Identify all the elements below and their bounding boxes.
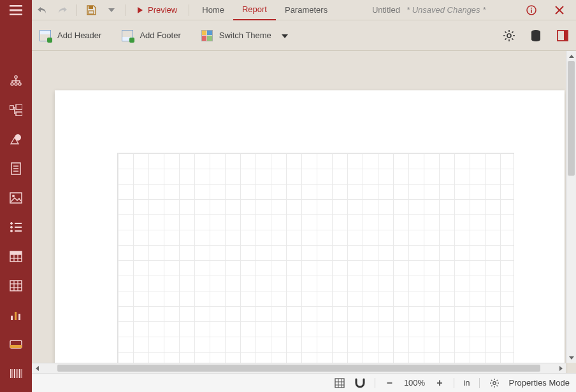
- divider: [375, 378, 375, 388]
- unsaved-indicator: * Unsaved Changes *: [407, 5, 486, 15]
- svg-point-62: [493, 381, 495, 384]
- svg-point-6: [18, 83, 21, 85]
- divider: [76, 4, 77, 16]
- data-button[interactable]: [529, 29, 543, 43]
- svg-rect-50: [531, 8, 532, 9]
- tool-sidebar: [0, 0, 32, 392]
- svg-rect-35: [15, 312, 17, 320]
- svg-rect-36: [18, 314, 20, 320]
- svg-rect-15: [10, 193, 22, 203]
- snap-toggle-button[interactable]: [354, 377, 366, 389]
- vertical-scrollbar[interactable]: [566, 51, 576, 363]
- play-icon: [138, 7, 143, 13]
- svg-rect-2: [10, 14, 22, 15]
- hierarchy-tool[interactable]: [9, 75, 23, 87]
- save-button[interactable]: [81, 0, 101, 20]
- divider: [126, 4, 126, 16]
- report-body-grid[interactable]: [117, 153, 514, 373]
- panel-toggle-button[interactable]: [556, 29, 570, 43]
- svg-rect-38: [10, 345, 22, 348]
- svg-rect-46: [89, 6, 93, 9]
- zoom-out-button[interactable]: −: [384, 377, 395, 389]
- properties-mode-label[interactable]: Properties Mode: [509, 378, 570, 388]
- add-header-label: Add Header: [57, 31, 101, 40]
- chevron-down-icon: [282, 31, 288, 40]
- grid-tool[interactable]: [9, 280, 23, 291]
- svg-point-19: [11, 230, 13, 232]
- document-title: Untitled: [372, 5, 400, 15]
- tab-home[interactable]: Home: [193, 0, 233, 20]
- svg-point-5: [15, 83, 17, 85]
- svg-rect-57: [335, 379, 344, 388]
- switch-theme-label: Switch Theme: [219, 31, 271, 40]
- scroll-thumb[interactable]: [57, 365, 540, 372]
- design-canvas[interactable]: [32, 51, 576, 373]
- switch-theme-button[interactable]: Switch Theme: [198, 25, 292, 46]
- undo-button[interactable]: [32, 0, 52, 20]
- document-tool[interactable]: [9, 163, 23, 174]
- tab-report[interactable]: Report: [233, 0, 276, 20]
- close-button[interactable]: [549, 0, 570, 20]
- svg-rect-49: [531, 10, 532, 13]
- svg-rect-9: [16, 112, 22, 116]
- preview-button[interactable]: Preview: [130, 0, 185, 20]
- add-footer-label: Add Footer: [140, 31, 180, 40]
- title-area: Untitled * Unsaved Changes *: [336, 0, 521, 20]
- tab-parameters[interactable]: Parameters: [276, 0, 336, 20]
- preview-label: Preview: [148, 5, 177, 15]
- scroll-up-icon[interactable]: [566, 51, 576, 61]
- svg-rect-29: [10, 281, 22, 291]
- unit-selector[interactable]: in: [463, 378, 470, 388]
- mode-settings-icon[interactable]: [489, 377, 500, 389]
- main-menu-toggle[interactable]: [0, 0, 32, 20]
- svg-point-18: [11, 227, 13, 228]
- table-tool[interactable]: [9, 251, 23, 262]
- svg-point-53: [507, 34, 511, 38]
- status-bar: − 100% + in Properties Mode: [32, 373, 576, 392]
- divider: [454, 378, 454, 388]
- svg-rect-1: [10, 10, 22, 11]
- info-button[interactable]: [521, 0, 542, 20]
- svg-point-4: [11, 83, 13, 85]
- grid-toggle-button[interactable]: [334, 377, 345, 389]
- svg-point-3: [15, 76, 17, 78]
- svg-rect-34: [11, 316, 13, 320]
- add-footer-icon: [122, 30, 133, 41]
- save-dropdown[interactable]: [101, 0, 122, 20]
- scroll-down-icon[interactable]: [566, 353, 576, 363]
- menu-bar: Preview Home Report Parameters Untitled …: [0, 0, 576, 20]
- hamburger-icon: [9, 4, 23, 16]
- add-footer-button[interactable]: Add Footer: [118, 25, 184, 46]
- scroll-thumb[interactable]: [568, 61, 575, 176]
- scroll-left-icon[interactable]: [32, 363, 42, 373]
- horizontal-scrollbar[interactable]: [32, 363, 566, 373]
- list-tool[interactable]: [9, 221, 23, 233]
- zoom-in-button[interactable]: +: [434, 377, 445, 389]
- svg-rect-7: [10, 106, 13, 109]
- ribbon-toolbar: Add Header Add Footer Switch Theme: [0, 20, 576, 51]
- divider: [479, 378, 480, 388]
- theme-icon: [201, 30, 213, 41]
- layout-tool[interactable]: [9, 104, 23, 116]
- barcode-tool[interactable]: [9, 368, 23, 379]
- redo-button[interactable]: [52, 0, 73, 20]
- shape-tool[interactable]: [9, 134, 23, 145]
- svg-rect-8: [16, 104, 22, 109]
- divider: [189, 4, 189, 16]
- svg-point-16: [12, 195, 15, 197]
- chart-tool[interactable]: [9, 309, 23, 321]
- svg-point-17: [11, 223, 13, 225]
- svg-rect-56: [564, 31, 568, 41]
- image-tool[interactable]: [9, 192, 23, 204]
- zoom-level[interactable]: 100%: [404, 378, 425, 388]
- settings-button[interactable]: [502, 29, 516, 43]
- add-header-icon: [40, 30, 51, 41]
- card-tool[interactable]: [9, 339, 23, 350]
- svg-rect-24: [10, 251, 22, 255]
- svg-rect-47: [89, 11, 94, 14]
- svg-rect-0: [10, 5, 22, 6]
- add-header-button[interactable]: Add Header: [36, 25, 105, 46]
- scroll-right-icon[interactable]: [556, 363, 566, 373]
